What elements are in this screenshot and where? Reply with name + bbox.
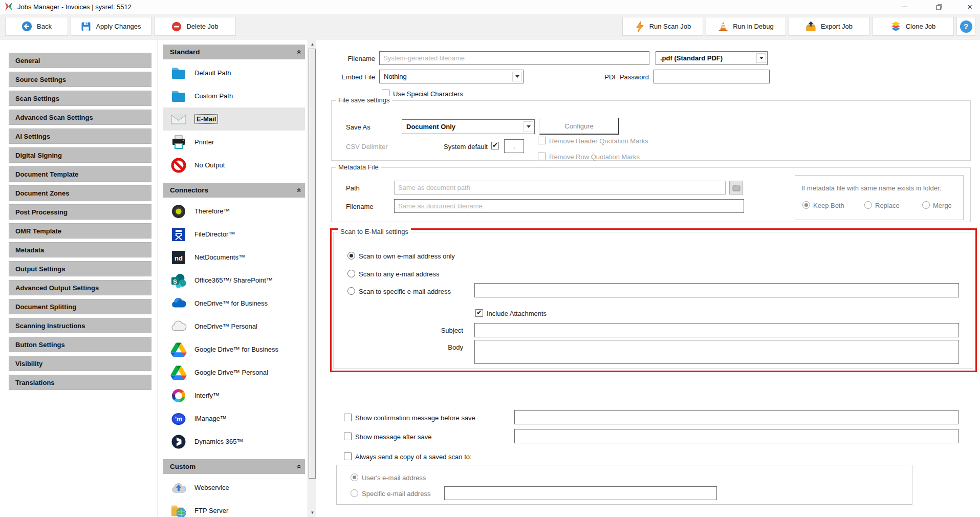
output-item-no-output[interactable]: No Output [163,154,305,177]
subject-input[interactable] [474,323,959,337]
subject-label: Subject [425,327,463,334]
output-item-gdrive-business[interactable]: Google Drive™ for Business [163,338,305,361]
show-message-after-save-label: Show message after save [355,433,432,441]
remove-header-quotation-checkbox[interactable] [538,137,546,144]
delete-job-button[interactable]: Delete Job [154,17,236,36]
sidebar-item-scan-settings[interactable]: Scan Settings [9,91,151,106]
scroll-up-icon[interactable]: ▲ [308,40,317,49]
metadata-filename-input[interactable] [394,199,744,213]
scan-own-email-radio[interactable] [347,252,355,260]
clone-job-button[interactable]: Clone Job [872,17,954,36]
sidebar-item-advanced-scan-settings[interactable]: Advanced Scan Settings [9,110,151,125]
section-header-connectors[interactable]: Connectors » [163,183,305,198]
sidebar-item-digital-signing[interactable]: Digital Signing [9,147,151,163]
help-button[interactable]: ? [956,17,975,36]
output-item-imanage[interactable]: 'm iManage™ [163,407,305,430]
sidebar-item-omr-template[interactable]: OMR Template [9,223,151,239]
output-item-therefore[interactable]: Therefore™ [163,200,305,223]
confirmation-message-input[interactable] [514,410,959,424]
scroll-down-icon[interactable]: ▼ [308,508,317,517]
sidebar-item-scanning-instructions[interactable]: Scanning Instructions [9,318,151,333]
message-after-save-input[interactable] [514,429,959,443]
app-logo-icon [4,2,13,13]
run-in-debug-button[interactable]: Run in Debug [706,17,786,36]
minimize-button[interactable] [891,0,918,14]
collapse-icon[interactable]: » [296,183,300,198]
output-item-filedirector[interactable]: FileDirector™ [163,223,305,246]
specific-email-input[interactable] [474,283,959,297]
scan-specific-email-radio[interactable] [347,287,355,295]
system-default-checkbox[interactable] [491,142,499,149]
output-item-ftp-server[interactable]: FTP Server [163,499,305,517]
output-item-dynamics365[interactable]: Dynamics 365™ [163,430,305,453]
browse-folder-button[interactable] [729,181,743,195]
use-special-characters-label: Use Special Characters [393,90,463,98]
sidebar-item-source-settings[interactable]: Source Settings [9,72,151,87]
collapse-icon[interactable]: » [296,45,300,59]
sidebar-item-output-settings[interactable]: Output Settings [9,261,151,276]
sidebar-item-button-settings[interactable]: Button Settings [9,337,151,352]
configure-button[interactable]: Configure [539,118,619,135]
save-as-dropdown[interactable]: Document Only [402,119,535,134]
filename-input[interactable] [379,51,649,65]
run-scan-job-button[interactable]: Run Scan Job [622,17,703,36]
replace-radio[interactable] [864,201,872,209]
section-header-standard[interactable]: Standard » [163,45,305,59]
show-confirmation-checkbox[interactable] [344,414,352,421]
onedrive-personal-icon [170,318,187,335]
output-item-onedrive-business[interactable]: OneDrive™ for Business [163,292,305,315]
pdf-password-input[interactable] [654,70,770,83]
output-item-office365-sharepoint[interactable]: S Office365™/ SharePoint™ [163,269,305,292]
output-item-email[interactable]: E-Mail [163,107,305,131]
keep-both-radio[interactable] [802,201,810,209]
sidebar-item-translations[interactable]: Translations [9,375,151,390]
scan-any-email-radio[interactable] [347,270,355,277]
export-job-button[interactable]: Export Job [789,17,869,36]
always-send-copy-checkbox[interactable] [344,453,352,460]
users-email-radio[interactable] [351,473,358,481]
scrollbar-thumb[interactable] [309,49,316,479]
show-message-after-save-checkbox[interactable] [344,433,352,440]
output-item-default-path[interactable]: Default Path [163,61,305,84]
sidebar-item-document-splitting[interactable]: Document Splitting [9,299,151,314]
scan-to-email-legend: Scan to E-Mail settings [338,228,411,235]
output-item-onedrive-personal[interactable]: OneDrive™ Personal [163,315,305,338]
output-item-netdocuments[interactable]: nd NetDocuments™ [163,246,305,269]
folder-icon [170,88,187,105]
sidebar-item-metadata[interactable]: Metadata [9,242,151,257]
output-item-webservice[interactable]: Webservice [163,476,305,499]
merge-radio[interactable] [922,201,930,209]
output-item-printer[interactable]: Printer [163,131,305,154]
output-item-gdrive-personal[interactable]: Google Drive™ Personal [163,361,305,384]
collapse-icon[interactable]: » [296,459,300,474]
close-button[interactable]: × [960,0,980,14]
sidebar-item-visibility[interactable]: Visibility [9,356,151,371]
outputs-scrollbar[interactable]: ▲ ▼ [308,40,316,517]
output-item-custom-path[interactable]: Custom Path [163,84,305,107]
restore-button[interactable] [926,0,952,14]
scan-to-email-group: Scan to E-Mail settings Scan to own e-ma… [333,232,973,369]
output-type-list: Standard » Default Path Custom Path E-Ma… [163,45,305,517]
sidebar-item-document-template[interactable]: Document Template [9,166,151,182]
include-attachments-checkbox[interactable] [475,309,483,317]
embed-file-dropdown[interactable]: Nothing [379,70,524,83]
sidebar-item-document-zones[interactable]: Document Zones [9,185,151,201]
sidebar-item-post-processing[interactable]: Post Processing [9,204,151,220]
csv-delimiter-input[interactable] [504,139,524,153]
onedrive-icon [170,295,187,312]
apply-changes-button[interactable]: Apply Changes [71,17,151,36]
metadata-path-input[interactable] [394,181,726,195]
section-header-custom[interactable]: Custom » [163,459,305,474]
sidebar-item-advanced-output-settings[interactable]: Advanced Output Settings [9,280,151,295]
file-format-dropdown[interactable]: .pdf (Standard PDF) [656,51,768,65]
specific-email-copy-input[interactable] [444,486,717,500]
body-input[interactable] [474,340,959,364]
remove-row-quotation-checkbox[interactable] [538,153,546,160]
show-confirmation-label: Show confirmation message before save [355,414,475,422]
specific-email-copy-radio[interactable] [351,489,358,497]
sidebar-item-ai-settings[interactable]: AI Settings [9,128,151,144]
back-button[interactable]: Back [5,17,68,36]
scan-any-email-label: Scan to any e-mail address [359,270,440,278]
sidebar-item-general[interactable]: General [9,53,151,68]
output-item-interfy[interactable]: Interfy™ [163,384,305,407]
